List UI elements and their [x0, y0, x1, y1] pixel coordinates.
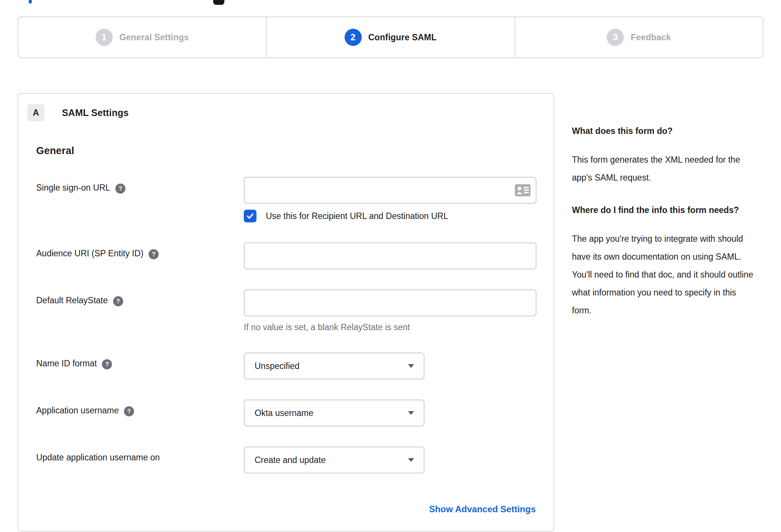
help-sidebar: What does this form do? This form genera…	[554, 93, 763, 335]
application-username-selected-value: Okta username	[255, 408, 313, 418]
step-1-number-badge: 1	[96, 29, 113, 46]
name-id-format-selected-value: Unspecified	[255, 361, 299, 371]
section-letter-badge: A	[27, 104, 44, 121]
form-row-audience-uri: Audience URI (SP Entity ID) ?	[36, 242, 536, 269]
recipient-destination-url-checkbox-label[interactable]: Use this for Recipient URL and Destinati…	[266, 211, 448, 221]
configure-saml-page: { "colors": { "accent_blue": "#1662dd", …	[0, 0, 781, 532]
saml-settings-form: General Single sign-on URL ?	[18, 145, 554, 514]
form-row-name-id-format: Name ID format ? Unspecified	[36, 353, 536, 379]
audience-uri-input[interactable]	[244, 242, 536, 269]
audience-uri-label: Audience URI (SP Entity ID)	[36, 248, 143, 259]
name-id-format-select[interactable]: Unspecified	[244, 353, 424, 379]
checkmark-icon	[246, 212, 255, 220]
form-row-single-sign-on-url: Single sign-on URL ?	[36, 177, 536, 222]
form-row-application-username: Application username ? Okta username	[36, 400, 536, 426]
help-answer-1: This form generates the XML needed for t…	[572, 151, 755, 187]
question-mark-glyph: ?	[119, 185, 122, 192]
question-mark-glyph: ?	[116, 298, 120, 305]
step-1-label: General Settings	[119, 32, 189, 43]
panel-header: A SAML Settings	[27, 104, 554, 121]
question-mark-glyph: ?	[152, 251, 156, 258]
step-3-number-badge: 3	[607, 29, 624, 46]
content-area: A SAML Settings General Single sign-on U…	[18, 93, 763, 532]
question-mark-glyph: ?	[127, 408, 131, 415]
application-username-select[interactable]: Okta username	[244, 400, 424, 426]
default-relaystate-label: Default RelayState	[36, 295, 108, 306]
step-feedback[interactable]: 3 Feedback	[514, 17, 763, 57]
question-mark-glyph: ?	[105, 361, 109, 368]
name-id-format-help-icon[interactable]: ?	[102, 359, 112, 369]
autofill-contact-card-icon	[515, 184, 530, 197]
saml-settings-panel: A SAML Settings General Single sign-on U…	[18, 93, 554, 532]
single-sign-on-url-help-icon[interactable]: ?	[115, 184, 125, 194]
update-application-username-select[interactable]: Create and update	[244, 447, 424, 473]
name-id-format-label: Name ID format	[36, 359, 97, 369]
help-question-2: Where do I find the info this form needs…	[572, 202, 747, 218]
default-relaystate-input[interactable]	[244, 290, 536, 316]
form-row-update-application-username: Update application username on Create an…	[36, 447, 536, 473]
application-username-help-icon[interactable]: ?	[124, 406, 134, 416]
update-application-username-label: Update application username on	[36, 453, 160, 463]
cropped-header-icon-fragment	[213, 0, 224, 5]
show-advanced-settings-link[interactable]: Show Advanced Settings	[429, 504, 536, 514]
dropdown-caret-icon	[408, 364, 414, 368]
step-configure-saml[interactable]: 2 Configure SAML	[266, 17, 514, 57]
panel-title: SAML Settings	[62, 107, 129, 118]
step-2-number-badge: 2	[345, 29, 362, 46]
step-3-label: Feedback	[631, 32, 671, 43]
dropdown-caret-icon	[408, 458, 414, 462]
help-answer-2: The app you're trying to integrate with …	[572, 230, 755, 319]
audience-uri-help-icon[interactable]: ?	[149, 249, 159, 259]
recipient-destination-url-checkbox[interactable]	[244, 210, 256, 222]
single-sign-on-url-label: Single sign-on URL	[36, 183, 110, 193]
relaystate-hint-text: If no value is set, a blank RelayState i…	[244, 322, 536, 332]
step-2-label: Configure SAML	[368, 32, 437, 43]
help-question-1: What does this form do?	[572, 123, 747, 139]
step-general-settings[interactable]: 1 General Settings	[18, 17, 266, 57]
wizard-stepper: 1 General Settings 2 Configure SAML 3 Fe…	[18, 16, 763, 58]
single-sign-on-url-input[interactable]	[244, 177, 536, 204]
application-username-label: Application username	[36, 406, 119, 416]
update-application-username-selected-value: Create and update	[255, 455, 326, 465]
form-row-default-relaystate: Default RelayState ? If no value is set,…	[36, 290, 536, 332]
general-section-heading: General	[36, 145, 536, 157]
default-relaystate-help-icon[interactable]: ?	[113, 296, 123, 306]
dropdown-caret-icon	[408, 411, 414, 415]
cropped-header-accent-fragment	[29, 0, 32, 3]
